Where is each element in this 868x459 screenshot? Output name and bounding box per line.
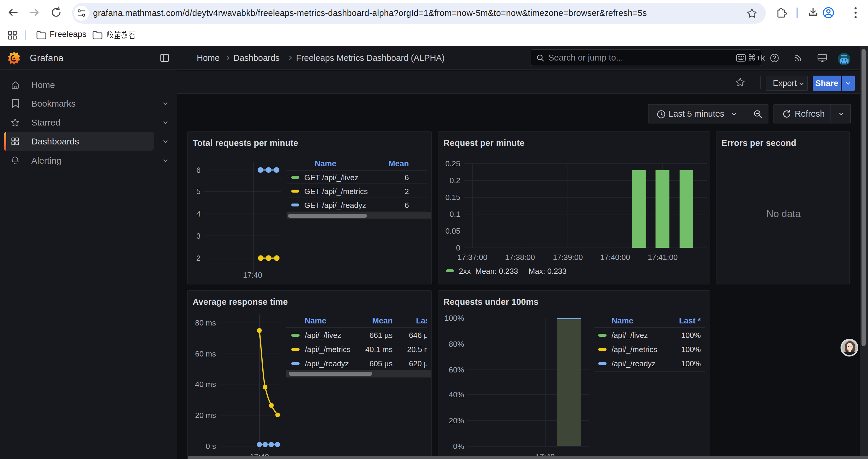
svg-text:Mean: Mean xyxy=(372,316,393,325)
svg-text:6: 6 xyxy=(196,166,200,174)
svg-text:20%: 20% xyxy=(449,416,464,425)
svg-text:646 µs: 646 µs xyxy=(409,331,431,340)
svg-text:/api/_/metrics: /api/_/metrics xyxy=(305,345,351,354)
svg-text:2xx: 2xx xyxy=(459,267,471,275)
svg-text:5: 5 xyxy=(196,187,200,196)
svg-text:GET /api/_/livez: GET /api/_/livez xyxy=(304,173,359,182)
svg-text:0%: 0% xyxy=(453,442,464,451)
svg-text:Max: 0.233: Max: 0.233 xyxy=(529,267,567,275)
svg-text:Last *: Last * xyxy=(679,316,701,325)
svg-text:620 µs: 620 µs xyxy=(409,359,431,368)
svg-text:4: 4 xyxy=(196,209,200,218)
svg-text:40 ms: 40 ms xyxy=(195,380,216,389)
svg-text:80%: 80% xyxy=(449,340,464,349)
svg-text:661 µs: 661 µs xyxy=(369,331,393,340)
svg-text:/api/_/readyz: /api/_/readyz xyxy=(305,359,349,368)
svg-text:0 s: 0 s xyxy=(206,442,216,451)
svg-text:17:40:00: 17:40:00 xyxy=(600,253,630,262)
svg-text:0.05: 0.05 xyxy=(445,227,460,235)
svg-text:Name: Name xyxy=(612,316,633,325)
svg-text:20 ms: 20 ms xyxy=(195,411,216,420)
svg-text:100%: 100% xyxy=(681,331,701,340)
svg-text:/api/_/metrics: /api/_/metrics xyxy=(612,345,657,354)
svg-text:Mean: 0.233: Mean: 0.233 xyxy=(475,267,518,275)
svg-text:0.25: 0.25 xyxy=(445,159,460,168)
svg-text:100%: 100% xyxy=(681,345,701,354)
svg-text:Name: Name xyxy=(305,316,327,325)
svg-text:/api/_/livez: /api/_/livez xyxy=(305,331,341,340)
svg-text:6: 6 xyxy=(405,201,409,210)
svg-text:2: 2 xyxy=(405,187,409,196)
svg-text:100%: 100% xyxy=(445,314,464,323)
svg-text:60 ms: 60 ms xyxy=(195,350,216,358)
svg-text:0.15: 0.15 xyxy=(445,193,460,202)
svg-text:0.2: 0.2 xyxy=(450,176,460,185)
svg-text:Name: Name xyxy=(315,159,337,168)
svg-text:3: 3 xyxy=(196,232,200,240)
svg-text:/api/_/livez: /api/_/livez xyxy=(612,331,648,340)
svg-text:40%: 40% xyxy=(449,390,464,399)
svg-text:17:40: 17:40 xyxy=(243,270,262,280)
svg-text:17:38:00: 17:38:00 xyxy=(505,253,535,262)
svg-text:GET /api/_/readyz: GET /api/_/readyz xyxy=(304,201,366,210)
svg-text:17:39:00: 17:39:00 xyxy=(553,253,583,262)
svg-text:Last *: Last * xyxy=(416,316,431,325)
svg-text:0: 0 xyxy=(456,243,460,252)
svg-text:40.1 ms: 40.1 ms xyxy=(366,345,393,354)
svg-text:60%: 60% xyxy=(449,365,464,374)
svg-text:605 µs: 605 µs xyxy=(369,359,393,368)
svg-text:6: 6 xyxy=(405,173,409,182)
svg-text:17:41:00: 17:41:00 xyxy=(648,253,677,262)
svg-text:GET /api/_/metrics: GET /api/_/metrics xyxy=(304,187,368,196)
svg-text:0.1: 0.1 xyxy=(450,210,460,219)
svg-text:17:37:00: 17:37:00 xyxy=(457,253,487,262)
svg-text:100%: 100% xyxy=(681,359,701,368)
svg-text:Mean: Mean xyxy=(389,159,409,168)
svg-text:2: 2 xyxy=(196,254,200,263)
svg-text:20.5 ms: 20.5 ms xyxy=(407,345,431,354)
svg-text:/api/_/readyz: /api/_/readyz xyxy=(612,359,656,368)
svg-text:80 ms: 80 ms xyxy=(195,319,216,327)
